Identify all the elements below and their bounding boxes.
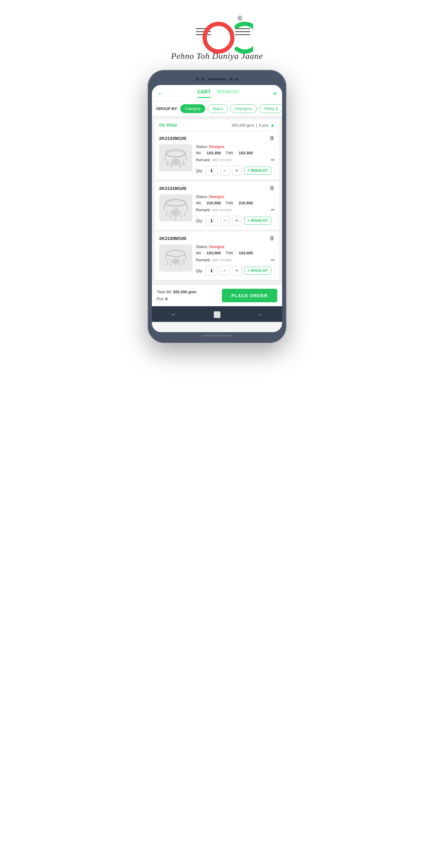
twt-value-2: 210.500	[239, 201, 253, 205]
svg-point-49	[183, 263, 185, 265]
delete-icon-3[interactable]: 🗑	[270, 235, 275, 241]
product-details-2: Status: Designs Wt: 210.500 TWt: 210.500…	[196, 194, 275, 225]
qty-label-2: Qty:	[196, 218, 203, 223]
status-row-3: Status: Designs	[196, 244, 275, 249]
logo-image: ®	[193, 12, 241, 48]
product-body-3: Status: Designs Wt: 103.000 TWt: 103.000…	[159, 244, 275, 276]
phone-top-bar	[152, 75, 282, 85]
twt-label-3: TWt:	[226, 251, 234, 255]
product-top-row-2: 2K2131M100 🗑	[159, 185, 275, 191]
status-row-1: Status: Designs	[196, 144, 275, 149]
product-card-2: 2K2131M100 🗑	[155, 181, 279, 230]
remark-label-2: Remark:	[196, 208, 211, 212]
svg-point-29	[174, 211, 177, 214]
status-row-2: Status: Designs	[196, 194, 275, 199]
weight-row-3: Wt: 103.000 TWt: 103.000	[196, 251, 275, 255]
wishlist-btn-2[interactable]: + WISHLIST	[244, 217, 271, 224]
svg-point-20	[170, 165, 172, 167]
qty-decrease-1[interactable]: −	[220, 166, 230, 176]
wishlist-btn-3[interactable]: + WISHLIST	[244, 267, 271, 275]
qty-value-1: 1	[206, 166, 218, 176]
svg-point-51	[170, 264, 172, 266]
menu-icon[interactable]: ≡	[273, 90, 277, 97]
twt-label-2: TWt:	[226, 201, 234, 205]
back-button[interactable]: ←	[157, 90, 164, 98]
wt-value-1: 153.300	[207, 151, 221, 155]
remark-label-3: Remark:	[196, 258, 211, 262]
svg-point-7	[205, 24, 232, 52]
total-wt-label: Total Wt:	[157, 290, 172, 294]
remark-text-1[interactable]: add remark	[212, 158, 232, 162]
nav-recents-btn[interactable]: ←	[255, 309, 266, 320]
delete-icon-2[interactable]: 🗑	[270, 185, 275, 191]
bottom-bar: Total Wt: 920.200 gms Pcs: 6 PLACE ORDER	[152, 284, 282, 306]
svg-point-39	[175, 218, 177, 220]
svg-point-35	[169, 216, 171, 217]
svg-point-53	[179, 264, 181, 266]
filter-fitting[interactable]: Fitting S	[259, 104, 282, 113]
remark-row-3: Remark: add remark ✏	[196, 257, 275, 263]
product-top-row-1: 2K2132M100 🗑	[159, 135, 275, 141]
group-name: OC 6Star	[159, 123, 177, 127]
twt-label-1: TWt:	[226, 151, 234, 155]
pcs-value: 6	[165, 297, 167, 301]
svg-point-31	[165, 214, 167, 216]
total-info: Total Wt: 920.200 gms Pcs: 6	[157, 288, 196, 303]
svg-point-45	[175, 260, 177, 262]
qty-increase-3[interactable]: +	[232, 266, 242, 276]
edit-icon-3[interactable]: ✏	[271, 257, 275, 263]
place-order-button[interactable]: PLACE ORDER	[222, 289, 277, 302]
status-label-3: Status:	[196, 244, 208, 249]
twt-value-1: 153.300	[239, 151, 253, 155]
remark-text-2[interactable]: add remark	[212, 208, 232, 212]
group-weight: 920.200 gms	[232, 123, 254, 127]
phone-sensor	[230, 78, 233, 81]
phone-speaker	[208, 79, 226, 80]
collapse-arrow[interactable]: ▲	[270, 122, 275, 128]
product-id-3: 2K2130M100	[159, 236, 186, 241]
qty-increase-2[interactable]: +	[232, 216, 242, 225]
phone-frame: ← CART WISHLIST ≡ GROUP BY: Category Sta…	[148, 70, 286, 343]
edit-icon-2[interactable]: ✏	[271, 207, 275, 213]
filter-category[interactable]: Category	[180, 104, 205, 113]
total-pcs-row: Pcs: 6	[157, 296, 196, 302]
edit-icon-1[interactable]: ✏	[271, 157, 275, 163]
product-body-1: Status: Designs Wt: 153.300 TWt: 153.300…	[159, 144, 275, 176]
product-id-2: 2K2131M100	[159, 186, 186, 191]
tab-cart[interactable]: CART	[197, 89, 211, 98]
tab-wishlist[interactable]: WISHLIST	[217, 89, 240, 98]
total-wt-row: Total Wt: 920.200 gms	[157, 288, 196, 296]
remark-row-1: Remark: add remark ✏	[196, 157, 275, 163]
svg-point-37	[180, 216, 182, 217]
product-card-1: 2K2132M100 🗑	[155, 131, 279, 180]
status-value-2: Designs	[209, 194, 224, 199]
product-details-3: Status: Designs Wt: 103.000 TWt: 103.000…	[196, 244, 275, 276]
qty-decrease-2[interactable]: −	[220, 216, 230, 225]
filter-status[interactable]: Status	[208, 104, 228, 113]
status-value-3: Designs	[209, 244, 224, 249]
remark-row-2: Remark: add remark ✏	[196, 207, 275, 213]
product-top-row-3: 2K2130M100 🗑	[159, 235, 275, 241]
svg-text:®: ®	[238, 14, 242, 22]
nav-home-btn[interactable]: ⬜	[212, 309, 222, 320]
qty-label-1: Qty:	[196, 168, 203, 173]
status-label-1: Status:	[196, 144, 208, 149]
svg-point-33	[184, 214, 186, 216]
qty-decrease-3[interactable]: −	[220, 266, 230, 276]
twt-value-3: 103.000	[239, 251, 253, 255]
group-by-label: GROUP BY:	[156, 106, 178, 111]
wishlist-btn-1[interactable]: + WISHLIST	[244, 167, 271, 175]
wt-value-3: 103.000	[207, 251, 221, 255]
remark-text-3[interactable]: add remark	[212, 258, 232, 262]
nav-back-btn[interactable]: ⌐	[168, 309, 179, 320]
qty-increase-1[interactable]: +	[232, 166, 242, 176]
group-header: OC 6Star 920.200 gms | 6 pcs ▲	[155, 119, 279, 131]
svg-point-47	[166, 263, 168, 265]
delete-icon-1[interactable]: 🗑	[270, 135, 275, 141]
qty-value-2: 1	[206, 216, 218, 225]
nav-tabs: CART WISHLIST	[197, 89, 240, 98]
product-list: OC 6Star 920.200 gms | 6 pcs ▲ 2K2132M10…	[152, 116, 282, 284]
status-label-2: Status:	[196, 194, 208, 199]
qty-row-1: Qty: 1 − + + WISHLIST	[196, 166, 275, 176]
filter-ghungroo[interactable]: Ghungroo	[230, 104, 257, 113]
